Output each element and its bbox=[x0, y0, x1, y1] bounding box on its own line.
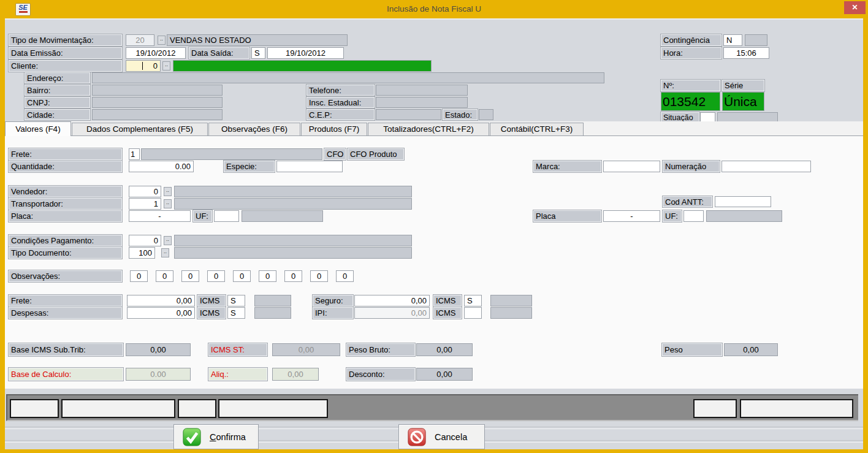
tab-valores[interactable]: Valores (F4) bbox=[5, 121, 71, 136]
observacao-4-field[interactable]: 0 bbox=[207, 270, 225, 282]
observacao-5-field[interactable]: 0 bbox=[233, 270, 251, 282]
cod-antt-field[interactable] bbox=[715, 196, 771, 207]
tipo-movimentacao-browse-button[interactable]: .. bbox=[158, 36, 166, 45]
placa-label: Placa: bbox=[9, 210, 122, 222]
cancel-icon bbox=[408, 428, 426, 446]
data-emissao-field[interactable]: 19/10/2012 bbox=[126, 47, 186, 59]
condicoes-pagamento-label: Condições Pagamento: bbox=[9, 235, 122, 246]
status-grid-cell bbox=[218, 399, 328, 418]
despesas-icms-extra-field bbox=[254, 307, 291, 319]
tab-produtos[interactable]: Produtos (F7) bbox=[301, 123, 367, 136]
cod-antt-label: Cod ANTT: bbox=[663, 196, 712, 207]
bairro-field bbox=[92, 85, 223, 96]
tab-contabil[interactable]: Contábil(CTRL+F3) bbox=[490, 123, 584, 136]
cidade-label: Cidade: bbox=[25, 109, 90, 120]
telefone-field bbox=[376, 85, 468, 96]
estado-label: Estado: bbox=[443, 109, 478, 120]
data-saida-field[interactable]: 19/10/2012 bbox=[267, 47, 344, 59]
seguro-field[interactable]: 0,00 bbox=[354, 295, 430, 306]
placa2-field[interactable]: - bbox=[603, 210, 660, 222]
transportador-code-field[interactable]: 1 bbox=[129, 198, 161, 210]
uf-label: UF: bbox=[193, 210, 212, 222]
hora-field[interactable]: 15:06 bbox=[723, 47, 769, 59]
frete-tipo-field[interactable]: 1 bbox=[129, 148, 140, 160]
data-emissao-label: Data Emissão: bbox=[9, 47, 122, 59]
insc-estadual-field bbox=[376, 97, 468, 108]
tab-observacoes[interactable]: Observações (F6) bbox=[208, 123, 300, 136]
observacao-8-field[interactable]: 0 bbox=[310, 270, 328, 282]
contingencia-label: Contingência bbox=[661, 34, 721, 46]
observacao-7-field[interactable]: 0 bbox=[284, 270, 302, 282]
seguro-icms-flag-field[interactable]: S bbox=[464, 295, 482, 306]
uf-field[interactable] bbox=[214, 210, 239, 222]
observacao-1-field[interactable]: 0 bbox=[130, 270, 148, 282]
status-grid-bar bbox=[6, 394, 858, 421]
observacao-9-field[interactable]: 0 bbox=[336, 270, 354, 282]
app-logo-bar bbox=[19, 11, 28, 13]
hora-label: Hora: bbox=[661, 47, 721, 59]
tipo-documento-code-field[interactable]: 100 bbox=[129, 247, 155, 259]
observacao-2-field[interactable]: 0 bbox=[156, 270, 173, 282]
observacao-6-field[interactable]: 0 bbox=[259, 270, 276, 282]
marca-field[interactable] bbox=[603, 161, 660, 172]
despesas-icms-flag-field[interactable]: S bbox=[227, 307, 245, 319]
vendedor-browse-button[interactable]: .. bbox=[164, 187, 172, 196]
ipi-icms-extra-field bbox=[490, 307, 532, 319]
frete-tipo-label: Frete: bbox=[9, 148, 122, 160]
status-grid-cell bbox=[61, 399, 175, 418]
cliente-label: Cliente: bbox=[9, 60, 122, 72]
data-saida-flag-field[interactable]: S bbox=[251, 47, 265, 59]
observacao-3-field[interactable]: 0 bbox=[181, 270, 199, 282]
seguro-icms-extra-field bbox=[490, 295, 532, 306]
bairro-label: Bairro: bbox=[25, 85, 90, 96]
condicoes-pagamento-code-field[interactable]: 0 bbox=[129, 235, 161, 246]
especie-field[interactable] bbox=[276, 161, 343, 172]
despesas-field[interactable]: 0,00 bbox=[127, 307, 195, 319]
confirma-button[interactable]: Confirma bbox=[173, 424, 259, 449]
data-saida-label: Data Saída: bbox=[189, 47, 249, 59]
cancela-button-label: Cancela bbox=[435, 432, 467, 442]
marca-label: Marca: bbox=[533, 161, 601, 172]
ipi-icms-flag-field[interactable] bbox=[464, 307, 482, 319]
uf2-field[interactable] bbox=[683, 210, 704, 222]
quantidade-field[interactable]: 0.00 bbox=[129, 161, 194, 172]
base-calculo-label: Base de Calculo: bbox=[9, 368, 123, 381]
seguro-icms-label: ICMS bbox=[433, 295, 462, 306]
frete-icms-flag-field[interactable]: S bbox=[227, 295, 245, 306]
tipo-movimentacao-desc-field: VENDAS NO ESTADO bbox=[167, 34, 348, 46]
transportador-browse-button[interactable]: .. bbox=[164, 199, 172, 208]
uf2-label: UF: bbox=[663, 210, 682, 222]
numeracao-field[interactable] bbox=[721, 161, 811, 172]
observacoes-label: Observações: bbox=[9, 270, 122, 282]
frete-valor-field[interactable]: 0,00 bbox=[127, 295, 195, 306]
cancela-button[interactable]: Cancela bbox=[398, 424, 485, 449]
cnpj-field bbox=[92, 97, 223, 108]
vendedor-desc-field bbox=[174, 186, 412, 197]
cfo-label: CFO bbox=[324, 148, 346, 160]
condicoes-pagamento-desc-field bbox=[174, 235, 412, 246]
numeracao-label: Numeração bbox=[663, 161, 720, 172]
serie-label: Série bbox=[722, 80, 764, 91]
tab-totalizadores[interactable]: Totalizadores(CTRL+F2) bbox=[368, 123, 489, 136]
estado-field bbox=[479, 109, 493, 120]
despesas-icms-label: ICMS bbox=[197, 307, 226, 319]
cidade-field bbox=[92, 109, 223, 120]
cliente-browse-button[interactable]: .. bbox=[162, 61, 170, 70]
tab-dados-complementares[interactable]: Dados Complementares (F5) bbox=[72, 123, 208, 136]
serie-value: Única bbox=[722, 92, 764, 111]
peso-bruto-label: Peso Bruto: bbox=[346, 343, 415, 356]
vendedor-label: Vendedor: bbox=[9, 186, 122, 197]
placa-field[interactable]: - bbox=[129, 210, 191, 222]
tipo-documento-desc-field bbox=[174, 247, 412, 259]
tipo-documento-browse-button[interactable]: .. bbox=[161, 248, 169, 257]
condicoes-pagamento-browse-button[interactable]: .. bbox=[164, 236, 172, 245]
cfo-produto-label: CFO Produto bbox=[348, 148, 404, 160]
window: Inclusão de Nota Fiscal U SE ✕ Tipo de M… bbox=[0, 0, 868, 453]
close-button[interactable]: ✕ bbox=[844, 1, 866, 14]
tipo-movimentacao-code-field[interactable]: 20 bbox=[126, 34, 154, 46]
vendedor-code-field[interactable]: 0 bbox=[129, 186, 161, 197]
frete-icms-extra-field bbox=[254, 295, 291, 306]
ipi-label: IPI: bbox=[313, 307, 353, 319]
contingencia-field[interactable]: N bbox=[723, 34, 742, 46]
cliente-code-field[interactable]: 0 bbox=[126, 60, 161, 72]
